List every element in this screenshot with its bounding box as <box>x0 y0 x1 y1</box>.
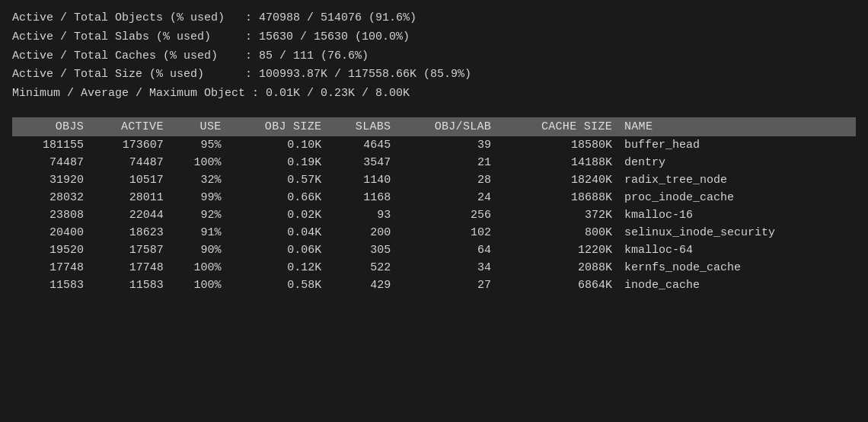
table-cell: 4645 <box>327 136 397 154</box>
table-cell: 28 <box>397 171 497 189</box>
table-cell: 18580K <box>497 136 618 154</box>
table-cell: 102 <box>397 224 497 241</box>
table-cell: 305 <box>327 241 397 259</box>
table-cell: 23808 <box>12 206 90 224</box>
table-cell: dentry <box>618 154 856 171</box>
table-cell: 0.02K <box>227 206 327 224</box>
table-row: 1774817748100%0.12K522342088Kkernfs_node… <box>12 259 856 277</box>
table-cell: 93 <box>327 206 397 224</box>
table-cell: 256 <box>397 206 497 224</box>
table-cell: 6864K <box>497 277 618 294</box>
table-cell: 20400 <box>12 224 90 241</box>
table-cell: 800K <box>497 224 618 241</box>
table-cell: proc_inode_cache <box>618 189 856 206</box>
table-cell: 74487 <box>12 154 90 171</box>
table-cell: 21 <box>397 154 497 171</box>
table-cell: kmalloc-64 <box>618 241 856 259</box>
table-cell: 429 <box>327 277 397 294</box>
col-header-cachesize: CACHE SIZE <box>497 117 618 136</box>
table-cell: kernfs_node_cache <box>618 259 856 277</box>
table-cell: radix_tree_node <box>618 171 856 189</box>
col-header-objsize: OBJ SIZE <box>227 117 327 136</box>
col-header-slabs: SLABS <box>327 117 397 136</box>
summary-section: Active / Total Objects (% used) : 470988… <box>12 9 856 104</box>
summary-line: Active / Total Objects (% used) : 470988… <box>12 9 856 28</box>
table-cell: 64 <box>397 241 497 259</box>
table-cell: 14188K <box>497 154 618 171</box>
summary-line: Minimum / Average / Maximum Object : 0.0… <box>12 85 856 104</box>
table-row: 319201051732%0.57K11402818240Kradix_tree… <box>12 171 856 189</box>
table-cell: 2088K <box>497 259 618 277</box>
table-cell: 10517 <box>90 171 170 189</box>
table-cell: 34 <box>397 259 497 277</box>
table-row: 1158311583100%0.58K429276864Kinode_cache <box>12 277 856 294</box>
table-cell: 28032 <box>12 189 90 206</box>
table-container: OBJS ACTIVE USE OBJ SIZE SLABS OBJ/SLAB … <box>12 117 856 294</box>
col-header-use: USE <box>170 117 228 136</box>
table-cell: 19520 <box>12 241 90 259</box>
table-cell: 32% <box>170 171 228 189</box>
table-cell: 522 <box>327 259 397 277</box>
table-cell: 31920 <box>12 171 90 189</box>
col-header-name: NAME <box>618 117 856 136</box>
table-cell: 3547 <box>327 154 397 171</box>
table-cell: 0.10K <box>227 136 327 154</box>
table-cell: 17748 <box>90 259 170 277</box>
table-cell: 11583 <box>12 277 90 294</box>
summary-line: Active / Total Slabs (% used) : 15630 / … <box>12 28 856 47</box>
table-cell: 27 <box>397 277 497 294</box>
table-row: 204001862391%0.04K200102800Kselinux_inod… <box>12 224 856 241</box>
table-cell: 0.57K <box>227 171 327 189</box>
table-row: 7448774487100%0.19K35472114188Kdentry <box>12 154 856 171</box>
col-header-objs: OBJS <box>12 117 90 136</box>
table-cell: 1220K <box>497 241 618 259</box>
table-cell: 95% <box>170 136 228 154</box>
table-cell: 0.58K <box>227 277 327 294</box>
table-cell: 372K <box>497 206 618 224</box>
table-cell: 24 <box>397 189 497 206</box>
table-cell: 39 <box>397 136 497 154</box>
table-cell: 0.66K <box>227 189 327 206</box>
table-cell: 17748 <box>12 259 90 277</box>
table-cell: 28011 <box>90 189 170 206</box>
table-cell: 181155 <box>12 136 90 154</box>
table-cell: kmalloc-16 <box>618 206 856 224</box>
col-header-objslab: OBJ/SLAB <box>397 117 497 136</box>
table-row: 18115517360795%0.10K46453918580Kbuffer_h… <box>12 136 856 154</box>
table-cell: 0.04K <box>227 224 327 241</box>
table-cell: 18623 <box>90 224 170 241</box>
summary-line: Active / Total Size (% used) : 100993.87… <box>12 66 856 85</box>
table-body: 18115517360795%0.10K46453918580Kbuffer_h… <box>12 136 856 294</box>
table-header-row: OBJS ACTIVE USE OBJ SIZE SLABS OBJ/SLAB … <box>12 117 856 136</box>
table-row: 280322801199%0.66K11682418688Kproc_inode… <box>12 189 856 206</box>
table-cell: 100% <box>170 277 228 294</box>
slab-table: OBJS ACTIVE USE OBJ SIZE SLABS OBJ/SLAB … <box>12 117 856 294</box>
table-cell: 90% <box>170 241 228 259</box>
table-cell: 1168 <box>327 189 397 206</box>
table-cell: 99% <box>170 189 228 206</box>
table-cell: 200 <box>327 224 397 241</box>
table-cell: 11583 <box>90 277 170 294</box>
table-row: 195201758790%0.06K305641220Kkmalloc-64 <box>12 241 856 259</box>
table-cell: 0.12K <box>227 259 327 277</box>
col-header-active: ACTIVE <box>90 117 170 136</box>
table-cell: 1140 <box>327 171 397 189</box>
table-cell: 74487 <box>90 154 170 171</box>
table-cell: 100% <box>170 154 228 171</box>
table-cell: 100% <box>170 259 228 277</box>
table-cell: buffer_head <box>618 136 856 154</box>
table-cell: 0.19K <box>227 154 327 171</box>
table-row: 238082204492%0.02K93256372Kkmalloc-16 <box>12 206 856 224</box>
table-cell: 0.06K <box>227 241 327 259</box>
summary-line: Active / Total Caches (% used) : 85 / 11… <box>12 47 856 66</box>
table-cell: 91% <box>170 224 228 241</box>
table-cell: 18240K <box>497 171 618 189</box>
table-cell: 22044 <box>90 206 170 224</box>
table-cell: 92% <box>170 206 228 224</box>
table-cell: 17587 <box>90 241 170 259</box>
table-cell: selinux_inode_security <box>618 224 856 241</box>
table-cell: 18688K <box>497 189 618 206</box>
table-cell: 173607 <box>90 136 170 154</box>
table-cell: inode_cache <box>618 277 856 294</box>
